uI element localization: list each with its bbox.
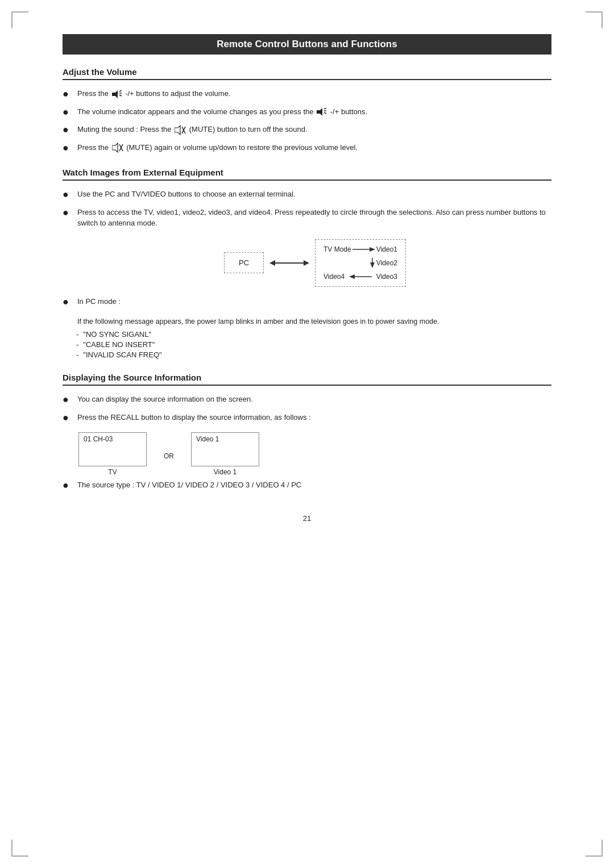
video1-label: Video1 bbox=[376, 245, 397, 253]
or-text: OR bbox=[164, 452, 174, 460]
bullet-source-2: ● Press the RECALL button to display the… bbox=[63, 412, 551, 424]
video4-label: Video4 bbox=[323, 273, 345, 281]
bullet-content-s1: You can display the source information o… bbox=[77, 394, 551, 405]
svg-marker-18 bbox=[370, 247, 375, 252]
bullet-source-1: ● You can display the source information… bbox=[63, 394, 551, 406]
svg-marker-15 bbox=[269, 260, 275, 266]
bullet-dot-pc: ● bbox=[63, 296, 73, 308]
corner-mark-tr bbox=[586, 11, 603, 28]
source-box-video: Video 1 Video 1 bbox=[191, 432, 259, 476]
svg-marker-20 bbox=[370, 262, 375, 268]
svg-marker-11 bbox=[112, 143, 118, 152]
svg-marker-22 bbox=[349, 274, 355, 279]
bullet-content-w2: Press to access the TV, video1, video2, … bbox=[77, 207, 551, 229]
dash-item-1: "NO SYNC SIGANL" bbox=[76, 330, 551, 339]
bullet-content-st: The source type : TV / VIDEO 1/ VIDEO 2 … bbox=[77, 479, 551, 491]
bullet-list-source-type: ● The source type : TV / VIDEO 1/ VIDEO … bbox=[63, 479, 551, 492]
bullet-list-pc-mode: ● In PC mode : bbox=[63, 296, 551, 308]
main-header-title: Remote Control Buttons and Functions bbox=[217, 39, 397, 49]
bullet-item-1: ● Press the -/+ buttons to adjust the vo… bbox=[63, 88, 551, 101]
corner-mark-tl bbox=[11, 11, 28, 28]
bullet-content-3: Muting the sound : Press the (MUTE) butt… bbox=[77, 124, 551, 135]
svg-marker-8 bbox=[175, 126, 180, 135]
bullet-source-type: ● The source type : TV / VIDEO 1/ VIDEO … bbox=[63, 479, 551, 492]
bullet-item-3: ● Muting the sound : Press the (MUTE) bu… bbox=[63, 124, 551, 136]
arrow-svg bbox=[269, 257, 309, 269]
pc-mode-label: In PC mode : bbox=[77, 297, 121, 306]
arrow-tvmode-video1 bbox=[352, 247, 375, 252]
mute-icon-1 bbox=[175, 125, 186, 135]
diagram-video-modes: PC TV Mode Video1 bbox=[78, 239, 551, 287]
bullet-item-2: ● The volume indicator appears and the v… bbox=[63, 106, 551, 119]
svg-marker-0 bbox=[112, 90, 118, 98]
main-header: Remote Control Buttons and Functions bbox=[63, 34, 551, 55]
bullet-pc-mode: ● In PC mode : bbox=[63, 296, 551, 308]
source-box-tv-inner: 01 CH-03 bbox=[78, 432, 147, 466]
bullet-dot-s2: ● bbox=[63, 412, 73, 424]
bullet-list-adjust-volume: ● Press the -/+ buttons to adjust the vo… bbox=[63, 88, 551, 154]
dash-item-2: "CABLE NO INSERT" bbox=[76, 340, 551, 349]
page-number: 21 bbox=[63, 514, 551, 523]
video2-label: Video2 bbox=[376, 259, 397, 267]
svg-marker-16 bbox=[304, 260, 309, 266]
bullet-content-2: The volume indicator appears and the vol… bbox=[77, 106, 551, 118]
source-box-tv-label: TV bbox=[108, 468, 117, 476]
bullet-list-source-info: ● You can display the source information… bbox=[63, 394, 551, 424]
section-heading-watch-images: Watch Images from External Equipment bbox=[63, 168, 551, 181]
bullet-dot-w2: ● bbox=[63, 207, 73, 219]
bullet-dot-w1: ● bbox=[63, 189, 73, 201]
bidirectional-arrow bbox=[269, 257, 309, 269]
dash-item-3: "INVALID SCAN FREQ" bbox=[76, 350, 551, 359]
bullet-dot-st: ● bbox=[63, 479, 73, 492]
bullet-list-watch-images: ● Use the PC and TV/VIDEO buttons to cho… bbox=[63, 189, 551, 229]
section-source-info: Displaying the Source Information ● You … bbox=[63, 373, 551, 491]
svg-line-3 bbox=[119, 95, 122, 96]
bullet-content-w1: Use the PC and TV/VIDEO buttons to choos… bbox=[77, 189, 551, 200]
section-adjust-volume: Adjust the Volume ● Press the -/+ button… bbox=[63, 67, 551, 154]
source-box-video-inner: Video 1 bbox=[191, 432, 259, 466]
bullet-item-watch-1: ● Use the PC and TV/VIDEO buttons to cho… bbox=[63, 189, 551, 201]
svg-marker-4 bbox=[317, 108, 322, 116]
bullet-item-4: ● Press the (MUTE) again or volume up/do… bbox=[63, 142, 551, 155]
source-box-video-content: Video 1 bbox=[196, 435, 219, 443]
dash-list-pc: "NO SYNC SIGANL" "CABLE NO INSERT" "INVA… bbox=[76, 330, 551, 359]
bullet-dot-1: ● bbox=[63, 88, 73, 101]
source-box-tv: 01 CH-03 TV bbox=[78, 432, 147, 476]
bullet-content-1: Press the -/+ buttons to adjust the volu… bbox=[77, 88, 551, 99]
section-heading-source-info: Displaying the Source Information bbox=[63, 373, 551, 386]
svg-line-7 bbox=[324, 112, 326, 114]
section-heading-adjust-volume: Adjust the Volume bbox=[63, 67, 551, 80]
bullet-dot-3: ● bbox=[63, 124, 73, 136]
bullet-dot-2: ● bbox=[63, 106, 73, 119]
source-boxes-container: 01 CH-03 TV OR Video 1 Video 1 bbox=[78, 432, 551, 476]
source-box-video-label: Video 1 bbox=[214, 468, 237, 476]
volume-icon bbox=[112, 90, 122, 98]
pc-box-label: PC bbox=[239, 258, 249, 267]
corner-mark-br bbox=[586, 840, 603, 857]
svg-line-5 bbox=[324, 108, 326, 109]
corner-mark-bl bbox=[11, 840, 28, 857]
arrow-video3-video4 bbox=[349, 274, 372, 279]
pc-box: PC bbox=[224, 252, 264, 273]
bullet-dot-s1: ● bbox=[63, 394, 73, 406]
bullet-content-4: Press the (MUTE) again or volume up/down… bbox=[77, 142, 551, 153]
video3-label: Video3 bbox=[376, 273, 397, 281]
pc-mode-subtext: If the following message appears, the po… bbox=[77, 316, 551, 327]
mute-icon-2 bbox=[112, 143, 123, 153]
section-watch-images: Watch Images from External Equipment ● U… bbox=[63, 168, 551, 359]
svg-line-1 bbox=[119, 90, 122, 91]
bullet-item-watch-2: ● Press to access the TV, video1, video2… bbox=[63, 207, 551, 229]
video-modes-box: TV Mode Video1 Video2 bbox=[315, 239, 406, 287]
bullet-content-s2: Press the RECALL button to display the s… bbox=[77, 412, 551, 423]
bullet-dot-4: ● bbox=[63, 142, 73, 155]
volume-icon-2 bbox=[317, 108, 327, 116]
arrow-video1-video2 bbox=[370, 258, 375, 268]
source-box-tv-content: 01 CH-03 bbox=[84, 435, 113, 443]
tv-mode-label: TV Mode bbox=[323, 245, 351, 253]
bullet-content-pc: In PC mode : bbox=[77, 296, 551, 307]
